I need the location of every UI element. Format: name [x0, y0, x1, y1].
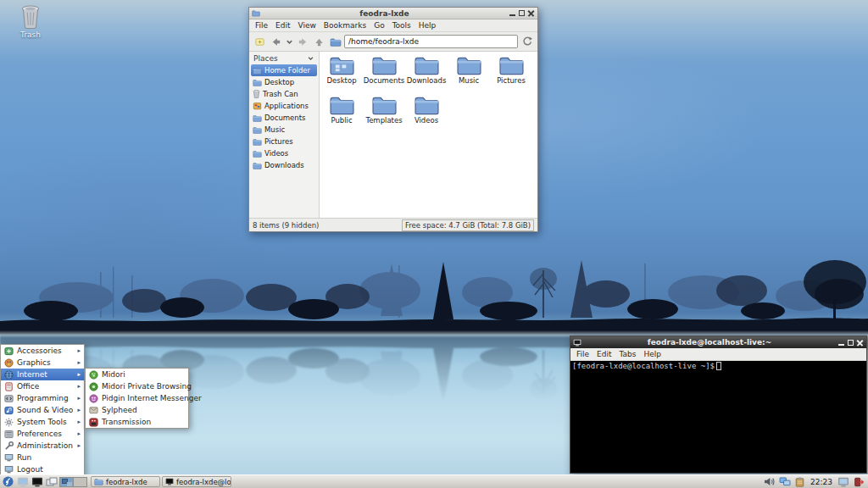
menu-item-graphics[interactable]: Graphics ▸ — [1, 357, 84, 369]
submenu-item-sylpheed[interactable]: Sylpheed — [86, 404, 188, 416]
fm-menu-tools[interactable]: Tools — [389, 20, 415, 30]
terminal-close-button[interactable] — [856, 339, 864, 347]
menu-item-run[interactable]: Run — [1, 452, 84, 463]
terminal-menu-help[interactable]: Help — [640, 349, 665, 359]
sidebar-item-trash-can[interactable]: Trash Can — [251, 88, 317, 100]
terminal-icon — [165, 478, 174, 485]
sidebar-item-desktop[interactable]: Desktop — [251, 76, 317, 88]
new-tab-button[interactable] — [253, 35, 267, 49]
terminal-output[interactable]: [feodra-lxde@localhost-live ~]$ — [570, 361, 866, 473]
chevron-down-icon — [307, 55, 314, 62]
terminal-titlebar[interactable]: feodra-lxde@localhost-live:~ — [570, 336, 866, 348]
submenu-item-pidgin-internet-messenger[interactable]: Pidgin Internet Messenger — [86, 392, 188, 404]
folder-icon — [253, 150, 262, 158]
trash-label: Trash — [11, 30, 50, 39]
folder-documents[interactable]: Documents — [363, 54, 405, 94]
path-input[interactable] — [344, 35, 518, 48]
home-button[interactable] — [328, 35, 342, 49]
fm-minimize-button[interactable] — [509, 9, 516, 17]
folder-templates[interactable]: Templates — [363, 94, 405, 134]
forward-button[interactable] — [296, 35, 310, 49]
folder-icon — [253, 162, 262, 169]
folder-icon — [253, 138, 262, 146]
terminal-menu-edit[interactable]: Edit — [593, 349, 615, 359]
folder-music[interactable]: Music — [448, 54, 490, 94]
folder-desktop[interactable]: Desktop — [320, 54, 363, 94]
screen-lock-button[interactable] — [837, 476, 849, 488]
menu-item-programming[interactable]: Programming ▸ — [1, 392, 84, 404]
midori-icon — [89, 370, 98, 380]
menu-item-label: Administration — [17, 441, 73, 450]
sidebar-item-applications[interactable]: Applications — [251, 100, 317, 112]
clipboard-tray-icon[interactable] — [793, 476, 806, 488]
fm-menu-bookmarks[interactable]: Bookmarks — [320, 20, 370, 30]
terminal-minimize-button[interactable] — [837, 339, 845, 347]
folder-downloads[interactable]: Downloads — [405, 54, 448, 94]
taskbar: feodra-lxde feodra-lxde@loc... 22:23 — [0, 474, 868, 488]
folder-videos[interactable]: Videos — [405, 94, 448, 134]
menu-item-office[interactable]: Office ▸ — [1, 380, 84, 392]
fm-file-area[interactable]: Desktop Documents Downloads Music Pictur… — [320, 52, 537, 218]
fm-menu-file[interactable]: File — [252, 20, 271, 30]
menu-item-internet[interactable]: Internet ▸ — [1, 369, 84, 380]
workspace-1[interactable] — [60, 478, 74, 486]
submenu-item-midori-private-browsing[interactable]: Midori Private Browsing — [86, 380, 188, 392]
free-space-status: Free space: 4.7 GiB (Total: 7.8 GiB) — [402, 219, 534, 231]
task-button-label: feodra-lxde@loc... — [176, 478, 231, 486]
fm-toolbar — [249, 32, 537, 52]
task-button-feodra-lxde-loc[interactable]: feodra-lxde@loc... — [162, 476, 231, 487]
terminal-window-title: feodra-lxde@localhost-live:~ — [583, 338, 836, 347]
iconify-all-button[interactable] — [45, 476, 58, 488]
menu-item-logout[interactable]: Logout — [1, 463, 84, 475]
sidebar-item-music[interactable]: Music — [251, 124, 317, 136]
fm-menu-edit[interactable]: Edit — [272, 20, 293, 30]
sidebar-item-label: Documents — [264, 114, 305, 122]
sidebar-item-downloads[interactable]: Downloads — [251, 159, 317, 171]
submenu-item-midori[interactable]: Midori — [86, 369, 188, 380]
menu-item-sound-video[interactable]: Sound & Video ▸ — [1, 404, 84, 416]
folder-pictures[interactable]: Pictures — [490, 54, 532, 94]
workspace-pager[interactable] — [59, 477, 87, 487]
reload-button[interactable] — [520, 35, 534, 49]
up-button[interactable] — [312, 35, 326, 49]
folder-public[interactable]: Public — [320, 94, 363, 134]
sidebar-item-documents[interactable]: Documents — [251, 112, 317, 124]
back-button[interactable] — [269, 35, 283, 49]
terminal-maximize-button[interactable] — [847, 339, 854, 347]
folder-label: Downloads — [407, 76, 447, 85]
logout-button[interactable] — [852, 476, 865, 488]
menu-item-accessories[interactable]: Accessories ▸ — [1, 345, 84, 357]
fm-menu-view[interactable]: View — [295, 20, 320, 30]
sidebar-item-home-folder[interactable]: Home Folder — [251, 64, 317, 76]
menu-button[interactable] — [2, 476, 14, 488]
trash-small-icon — [253, 90, 260, 98]
terminal-launcher[interactable] — [31, 476, 43, 488]
clock[interactable]: 22:23 — [809, 478, 834, 486]
menu-item-preferences[interactable]: Preferences ▸ — [1, 428, 84, 440]
fm-titlebar[interactable]: feodra-lxde — [249, 8, 537, 19]
terminal-menu-tabs[interactable]: Tabs — [616, 349, 640, 359]
task-button-feodra-lxde[interactable]: feodra-lxde — [91, 476, 160, 487]
desktop-trash-icon[interactable]: Trash — [11, 5, 50, 39]
sidebar-item-label: Pictures — [264, 137, 293, 146]
volume-tray-icon[interactable] — [763, 476, 776, 488]
sidebar-item-videos[interactable]: Videos — [251, 147, 317, 159]
folder-icon — [414, 94, 440, 115]
workspace-2[interactable] — [74, 478, 86, 486]
sidebar-item-pictures[interactable]: Pictures — [251, 136, 317, 147]
menu-item-label: Programming — [17, 394, 69, 402]
fm-close-button[interactable] — [527, 9, 535, 17]
menu-item-system-tools[interactable]: System Tools ▸ — [1, 416, 84, 428]
places-selector[interactable]: Places — [251, 53, 317, 64]
submenu-item-transmission[interactable]: Transmission — [86, 416, 188, 428]
network-tray-icon[interactable] — [778, 476, 791, 488]
file-manager-launcher[interactable] — [16, 476, 29, 488]
fm-menu-help[interactable]: Help — [415, 20, 440, 30]
fm-menu-go[interactable]: Go — [370, 20, 387, 30]
fm-maximize-button[interactable] — [518, 9, 526, 17]
terminal-menu-file[interactable]: File — [573, 349, 593, 359]
item-count-status: 8 items (9 hidden) — [253, 221, 319, 230]
sidebar-item-label: Desktop — [264, 78, 294, 86]
menu-item-administration[interactable]: Administration ▸ — [1, 440, 84, 452]
history-dropdown-button[interactable] — [285, 35, 294, 49]
